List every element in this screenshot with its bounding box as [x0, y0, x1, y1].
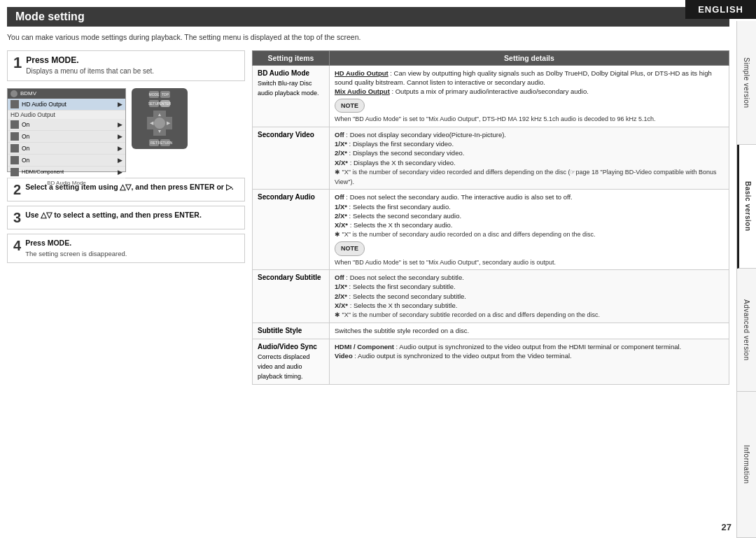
remote-dpad: ▲ ▼ ◀ ▶ — [147, 111, 172, 136]
item-secondary-audio: Secondary Audio — [253, 190, 330, 270]
steps-234: 2 Select a setting item using △▽, and th… — [7, 178, 245, 263]
step-1: 1 Press MODE. Displays a menu of items t… — [7, 50, 245, 81]
table-row-av-sync: Audio/Video Sync Corrects displaced vide… — [253, 339, 729, 384]
menu-item-2: On▶ — [8, 119, 125, 131]
step-4-number: 4 — [13, 238, 21, 253]
settings-table: Setting items Setting details BD Audio M… — [252, 50, 729, 385]
menu-item-hdmi: HDMI/Component▶ — [8, 167, 125, 178]
asterisk-video: ✱ "X" is the number of secondary video r… — [335, 169, 717, 185]
detail-secondary-subtitle: Off : Does not select the secondary subt… — [330, 270, 729, 323]
step-1-number: 1 — [13, 55, 22, 71]
table-row-bd-audio: BD Audio Mode Switch Blu-ray Disc audio … — [253, 65, 729, 127]
step-3-number: 3 — [13, 210, 21, 225]
step-4-desc: The setting screen is disappeared. — [25, 249, 127, 259]
table-row-secondary-video: Secondary Video Off : Does not display s… — [253, 127, 729, 189]
menu-icon-1 — [10, 100, 19, 108]
english-tab: ENGLISH — [685, 0, 756, 19]
table-row-secondary-audio: Secondary Audio Off : Does not select th… — [253, 190, 729, 270]
step-1-title: Press MODE. — [26, 55, 239, 65]
item-secondary-video: Secondary Video — [253, 127, 330, 189]
item-av-sync: Audio/Video Sync Corrects displaced vide… — [253, 339, 330, 384]
left-column: 1 Press MODE. Displays a menu of items t… — [7, 50, 245, 525]
menu-icon-4 — [10, 144, 19, 153]
remote-btn-mode: MODE — [149, 91, 159, 98]
asterisk-subtitle: ✱ "X" is the number of secondary subtitl… — [335, 311, 600, 318]
item-bd-audio: BD Audio Mode Switch Blu-ray Disc audio … — [253, 65, 330, 127]
main-content: Mode setting You can make various mode s… — [0, 0, 736, 538]
menu-item-3: On▶ — [8, 131, 125, 143]
mode-setting-title: Mode setting — [7, 7, 729, 27]
detail-bd-audio: HD Audio Output : Can view by outputting… — [330, 65, 729, 127]
screen-header: BDMV — [8, 89, 125, 99]
item-subtitle-style: Subtitle Style — [253, 323, 330, 339]
tab-simple[interactable]: Simple version — [737, 21, 756, 145]
step-4: 4 Press MODE. The setting screen is disa… — [7, 234, 245, 263]
disc-icon — [10, 90, 18, 97]
table-row-subtitle-style: Subtitle Style Switches the subtitle sty… — [253, 323, 729, 339]
step-3: 3 Use △▽ to select a setting, and then p… — [7, 206, 245, 229]
step-3-text: Use △▽ to select a setting, and then pre… — [25, 210, 202, 221]
item-secondary-subtitle: Secondary Subtitle — [253, 270, 330, 323]
menu-item-4: On▶ — [8, 143, 125, 155]
detail-av-sync: HDMI / Component : Audio output is synch… — [330, 339, 729, 384]
menu-icon-2 — [10, 120, 19, 129]
tab-advanced[interactable]: Advanced version — [737, 269, 756, 392]
remote-btn-setup: SETUP — [149, 100, 159, 107]
detail-subtitle-style: Switches the subtitle style recorded on … — [330, 323, 729, 339]
detail-secondary-audio: Off : Does not select the secondary audi… — [330, 190, 729, 270]
table-row-secondary-subtitle: Secondary Subtitle Off : Does not select… — [253, 270, 729, 323]
remote-btn-enter: ENTER — [160, 100, 170, 107]
asterisk-audio: ✱ "X" is the number of secondary audio r… — [335, 231, 595, 238]
step-1-content: Press MODE. Displays a menu of items tha… — [26, 55, 239, 76]
menu-icon-3 — [10, 132, 19, 141]
menu-item-1: HD Audio Output ▶ — [8, 99, 125, 111]
two-col-layout: 1 Press MODE. Displays a menu of items t… — [7, 50, 729, 525]
intro-text: You can make various mode settings durin… — [7, 32, 729, 43]
detail-secondary-video: Off : Does not display secondary video(P… — [330, 127, 729, 189]
note-badge-2: NOTE — [335, 241, 365, 256]
right-sidebar: Simple version Basic version Advanced ve… — [736, 21, 756, 538]
remote-btn-return: RETURN — [160, 139, 170, 146]
screen-footer: BD Audio Mode — [8, 180, 125, 186]
step-4-text: Press MODE. The setting screen is disapp… — [25, 238, 127, 259]
tab-information[interactable]: Information — [737, 392, 756, 538]
screen-mock: BDMV HD Audio Output ▶ HD Audio Output O… — [7, 88, 126, 172]
menu-item-5: On▶ — [8, 155, 125, 167]
dpad-center — [154, 118, 165, 129]
menu-icon-hdmi — [10, 168, 19, 176]
col-header-details: Setting details — [330, 50, 729, 65]
right-column: Setting items Setting details BD Audio M… — [252, 50, 729, 525]
remote-mock: MODE TOP SETUP ENTER ▲ ▼ ◀ ▶ — [132, 88, 188, 149]
remote-btn-top: TOP — [160, 91, 170, 98]
device-area: BDMV HD Audio Output ▶ HD Audio Output O… — [7, 88, 245, 172]
note-text-2: When "BD Audio Mode" is set to "Mix Audi… — [335, 259, 556, 266]
menu-icon-5 — [10, 156, 19, 164]
step-1-desc: Displays a menu of items that can be set… — [26, 66, 239, 76]
tab-basic[interactable]: Basic version — [737, 145, 756, 269]
note-badge-1: NOTE — [335, 99, 365, 113]
screen-title: BDMV — [20, 90, 36, 97]
col-header-items: Setting items — [253, 50, 330, 65]
note-text-1: When "BD Audio Mode" is set to "Mix Audi… — [335, 115, 656, 122]
